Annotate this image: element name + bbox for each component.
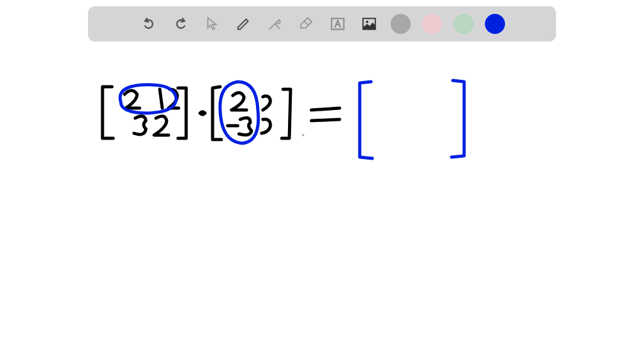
pointer-icon	[204, 16, 220, 32]
undo-icon	[141, 16, 157, 32]
pencil-icon	[235, 16, 252, 32]
tools-icon	[267, 16, 283, 32]
pencil-button[interactable]	[233, 14, 253, 34]
handwritten-content	[0, 50, 644, 352]
color-gray[interactable]	[391, 14, 411, 34]
eraser-icon	[298, 16, 314, 32]
color-pink[interactable]	[422, 14, 442, 34]
color-blue[interactable]	[485, 14, 505, 34]
redo-icon	[172, 16, 189, 32]
image-button[interactable]	[359, 14, 379, 34]
image-icon	[361, 16, 377, 32]
redo-button[interactable]	[170, 14, 191, 34]
pointer-button[interactable]	[202, 14, 222, 34]
color-green[interactable]	[453, 14, 474, 34]
text-button[interactable]	[328, 14, 348, 34]
svg-point-3	[366, 21, 369, 23]
text-icon	[330, 16, 346, 32]
drawing-canvas[interactable]	[0, 50, 644, 352]
svg-line-0	[304, 21, 309, 26]
tools-button[interactable]	[265, 14, 285, 34]
drawing-toolbar	[88, 6, 556, 41]
undo-button[interactable]	[139, 14, 159, 34]
eraser-button[interactable]	[296, 14, 316, 34]
